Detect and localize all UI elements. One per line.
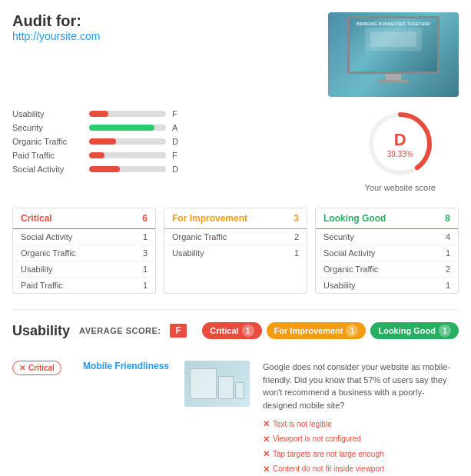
avg-score-badge: F — [170, 324, 186, 338]
issue-item: ✕Text is not legible — [263, 418, 459, 431]
good-badge: Looking Good 1 — [370, 322, 459, 339]
audit-name: Mobile Friendliness — [83, 361, 175, 371]
usability-header: Usability AVERAGE SCORE: F Critical 1 Fo… — [12, 322, 459, 339]
list-item: Usability1 — [316, 278, 458, 293]
list-item: Paid Traffic1 — [13, 278, 155, 293]
improvement-rows: Organic Traffic2Usability1 — [164, 229, 307, 261]
list-item: Security4 — [316, 229, 458, 245]
audit-item: ✕ Critical Mobile Friendliness Google do… — [12, 351, 459, 476]
metric-row: Organic Traffic D — [12, 137, 341, 146]
list-item: Organic Traffic3 — [13, 245, 155, 261]
critical-header: Critical 6 — [13, 208, 155, 229]
good-header: Looking Good 8 — [316, 208, 458, 229]
audit-items-list: ✕ Critical Mobile Friendliness Google do… — [12, 351, 459, 476]
improvement-header: For Improvement 3 — [164, 208, 307, 229]
issue-item: ✕Content do not fit inside viewport — [263, 463, 459, 476]
metric-row: Social Activity D — [12, 165, 341, 174]
critical-category: Critical 6 Social Activity1Organic Traff… — [12, 208, 156, 294]
scores-section: Usability F Security A Organic Traffic D… — [12, 109, 459, 192]
list-item: Organic Traffic2 — [164, 229, 307, 245]
usability-title: Usability — [12, 323, 70, 339]
score-percent: 39.33% — [387, 150, 413, 158]
critical-badge: Critical 1 — [202, 322, 261, 339]
monitor-icon: BRINGING BUSINESSES TOGETHER — [336, 16, 451, 93]
avg-score-label: AVERAGE SCORE: — [79, 326, 161, 335]
improvement-category: For Improvement 3 Organic Traffic2Usabil… — [164, 208, 307, 294]
issues-list: ✕Text is not legible✕Viewport is not con… — [263, 418, 459, 476]
audit-title: Audit for: http://yoursite.com — [12, 12, 100, 42]
site-url-link[interactable]: http://yoursite.com — [12, 30, 100, 42]
list-item: Usability1 — [13, 261, 155, 278]
issue-item: ✕Viewport is not configured — [263, 433, 459, 446]
list-item: Social Activity1 — [316, 245, 458, 261]
metrics-list: Usability F Security A Organic Traffic D… — [12, 109, 341, 178]
good-rows: Security4Social Activity1Organic Traffic… — [316, 229, 458, 293]
metric-row: Paid Traffic F — [12, 151, 341, 160]
audit-description: Google does not consider your website as… — [263, 361, 459, 476]
list-item: Organic Traffic2 — [316, 261, 458, 278]
audit-image — [184, 361, 254, 407]
score-label: Your website score — [364, 183, 436, 192]
list-item: Usability1 — [164, 245, 307, 261]
categories-section: Critical 6 Social Activity1Organic Traff… — [12, 208, 459, 294]
device-preview-icon — [184, 361, 250, 407]
score-grade: D — [387, 130, 413, 150]
improvement-badge: For Improvement 1 — [267, 322, 367, 339]
metric-row: Security A — [12, 123, 341, 132]
critical-rows: Social Activity1Organic Traffic3Usabilit… — [13, 229, 155, 293]
list-item: Social Activity1 — [13, 229, 155, 245]
metric-row: Usability F — [12, 109, 341, 118]
audit-status: ✕ Critical — [12, 361, 74, 375]
score-badges: Critical 1 For Improvement 1 Looking Goo… — [202, 322, 459, 339]
good-category: Looking Good 8 Security4Social Activity1… — [315, 208, 459, 294]
usability-section: Usability AVERAGE SCORE: F Critical 1 Fo… — [12, 309, 459, 476]
website-preview: BRINGING BUSINESSES TOGETHER — [328, 12, 459, 97]
issue-item: ✕Tap targets are not large enough — [263, 448, 459, 461]
score-circle: D 39.33% Your website score — [364, 109, 436, 192]
audit-for-label: Audit for: — [12, 12, 100, 30]
